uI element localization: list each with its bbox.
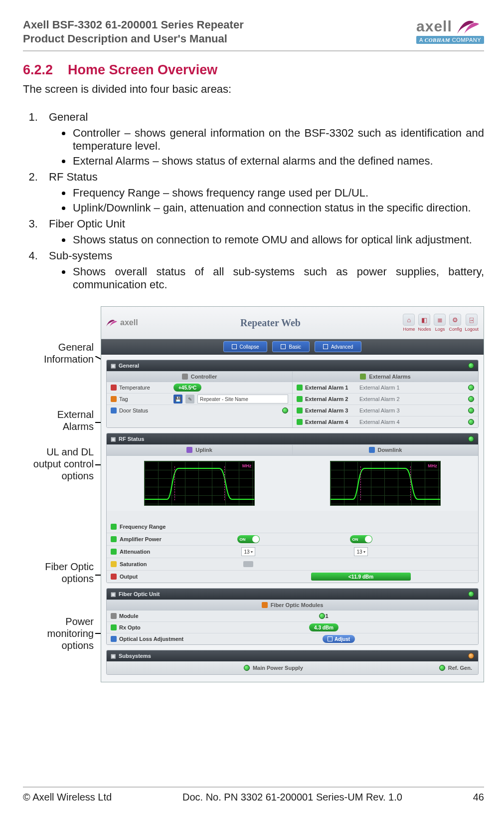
logo-word: axell xyxy=(416,18,452,35)
doc-footer: © Axell Wireless Ltd Doc. No. PN 3302 61… xyxy=(23,787,484,803)
status-dot-icon xyxy=(468,396,474,402)
logout-icon: ⍈ xyxy=(466,314,478,326)
status-dot-icon xyxy=(468,653,474,659)
nav-logout[interactable]: ⍈Logout xyxy=(465,314,479,332)
row-tag: Tag 💾 ✎ Repeater - Site Name xyxy=(107,394,292,405)
status-dot-icon xyxy=(468,363,474,369)
list-item: Shows status on connection to remote OMU… xyxy=(62,233,484,246)
uplink-icon xyxy=(186,447,192,453)
numbered-list: General Controller – shows general infor… xyxy=(23,111,484,291)
amp-dl-toggle[interactable]: ON xyxy=(350,535,372,543)
logs-icon: ≣ xyxy=(434,314,446,326)
save-button[interactable]: 💾 xyxy=(173,395,182,404)
doc-header: Axell BSF-3302 61-200001 Series Repeater… xyxy=(23,18,484,45)
subsystem-mps: Main Power Supply xyxy=(244,665,303,671)
panel-rf-status: ▣RF Status Uplink Downlink xyxy=(106,433,479,583)
panel-general: ▣General Controller Temperature +45.5ºC xyxy=(106,360,479,428)
panel-subsystems: ▣Subsystems Main Power Supply Ref. Gen. xyxy=(106,650,479,675)
app-logo: axell xyxy=(106,318,138,327)
row-ext-alarm-3: External Alarm 3External Alarm 3 xyxy=(293,405,478,416)
minus-icon: ▣ xyxy=(111,591,116,598)
downlink-icon xyxy=(369,447,375,453)
fiber-icon xyxy=(262,602,268,608)
list-item: Uplink/Downlink – gain, attenuation and … xyxy=(62,202,484,214)
module-icon xyxy=(111,613,117,619)
rx-icon xyxy=(111,624,117,630)
list-item: External Alarms – shows status of extern… xyxy=(62,155,484,168)
subheader-external-alarms: External Alarms xyxy=(293,371,478,382)
row-ext-alarm-4: External Alarm 4External Alarm 4 xyxy=(293,416,478,427)
row-frequency-range: Frequency Range xyxy=(107,521,478,533)
alarm-icon xyxy=(360,374,366,380)
status-dot-icon xyxy=(282,407,288,413)
status-dot-icon xyxy=(468,591,474,597)
list-item: Sub-systems Shows overall status of all … xyxy=(41,249,484,291)
app-toolbar: Collapse Basic Advanced xyxy=(101,339,484,355)
nav-home[interactable]: ⌂Home xyxy=(403,314,415,332)
logo-subtitle: A COBHAM COMPANY xyxy=(416,36,484,44)
list-item: RF Status Frequency Range – shows freque… xyxy=(41,171,484,214)
power-icon xyxy=(111,536,117,542)
row-amplifier-power: Amplifier Power ON ON xyxy=(107,533,478,546)
range-icon xyxy=(111,524,117,530)
alarm-icon xyxy=(297,396,303,402)
row-optical-loss-adjustment: Optical Loss Adjustment Adjust xyxy=(107,633,478,644)
thermometer-icon xyxy=(111,385,117,391)
subsystems-row: Main Power Supply Ref. Gen. xyxy=(107,661,478,674)
list-item: Shows overall status of all sub-systems … xyxy=(62,265,484,291)
axell-logo-icon xyxy=(457,19,479,34)
app-topnav: ⌂Home ◧Nodes ≣Logs ⚙Config ⍈Logout xyxy=(403,314,479,332)
status-dot-icon xyxy=(468,436,474,442)
amp-ul-toggle[interactable]: ON xyxy=(237,535,260,543)
status-dot-icon xyxy=(468,407,474,413)
row-ext-alarm-1: External Alarm 1External Alarm 1 xyxy=(293,382,478,394)
list-item: Controller – shows general information o… xyxy=(62,127,484,153)
app-screenshot: axell Repeater Web ⌂Home ◧Nodes ≣Logs ⚙C… xyxy=(101,306,484,682)
door-icon xyxy=(111,407,117,413)
figure-region: General Information External Alarms UL a… xyxy=(23,306,484,682)
output-icon xyxy=(111,574,117,580)
adjust-button[interactable]: Adjust xyxy=(323,635,355,643)
att-dl-select[interactable]: 13▾ xyxy=(354,547,367,556)
square-icon xyxy=(323,344,328,349)
square-icon xyxy=(232,344,237,349)
panel-header[interactable]: ▣General xyxy=(107,360,478,371)
saturation-indicator xyxy=(243,561,253,567)
list-item: General Controller – shows general infor… xyxy=(41,111,484,168)
subheader-uplink: Uplink xyxy=(107,444,293,455)
panel-header[interactable]: ▣RF Status xyxy=(107,433,478,444)
nav-config[interactable]: ⚙Config xyxy=(449,314,462,332)
att-ul-select[interactable]: 13▾ xyxy=(241,547,255,556)
footer-copyright: © Axell Wireless Ltd xyxy=(23,792,112,803)
tag-input[interactable]: Repeater - Site Name xyxy=(197,395,288,404)
controller-icon xyxy=(182,374,188,380)
advanced-button[interactable]: Advanced xyxy=(315,341,361,352)
row-saturation: Saturation xyxy=(107,558,478,571)
panel-header[interactable]: ▣Subsystems xyxy=(107,650,478,661)
row-temperature: Temperature +45.5ºC xyxy=(107,382,292,394)
nav-logs[interactable]: ≣Logs xyxy=(434,314,446,332)
subheader-fiber-modules: Fiber Optic Modules xyxy=(107,600,478,610)
nav-nodes[interactable]: ◧Nodes xyxy=(418,314,431,332)
edit-button[interactable]: ✎ xyxy=(185,395,194,404)
axell-mark-icon xyxy=(106,318,117,327)
attenuation-icon xyxy=(111,549,117,555)
rx-badge: 4.3 dBm xyxy=(309,623,338,631)
basic-button[interactable]: Basic xyxy=(272,341,309,352)
list-item: Frequency Range – shows frequency range … xyxy=(62,187,484,200)
uplink-graph: MHz 380.0385.0 xyxy=(107,456,293,511)
home-icon: ⌂ xyxy=(403,314,415,326)
panel-header[interactable]: ▣Fiber Optic Unit xyxy=(107,589,478,600)
saturation-icon xyxy=(111,561,117,567)
collapse-button[interactable]: Collapse xyxy=(223,341,268,352)
minus-icon: ▣ xyxy=(111,363,116,369)
doc-title-line1: Axell BSF-3302 61-200001 Series Repeater xyxy=(23,18,244,32)
alarm-icon xyxy=(297,385,303,391)
footer-page: 46 xyxy=(473,792,484,803)
minus-icon: ▣ xyxy=(111,436,116,442)
status-dot-icon xyxy=(244,665,250,671)
status-dot-icon xyxy=(439,665,445,671)
config-icon: ⚙ xyxy=(449,314,461,326)
section-heading: 6.2.2Home Screen Overview xyxy=(23,62,484,78)
alarm-icon xyxy=(297,407,303,413)
